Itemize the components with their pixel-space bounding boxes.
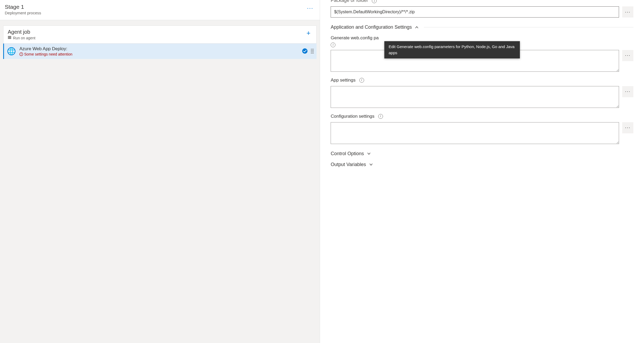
info-icon[interactable]: i — [372, 0, 377, 3]
svg-point-9 — [312, 49, 313, 50]
stage-title: Stage 1 — [5, 4, 41, 10]
svg-point-17 — [311, 53, 312, 54]
stage-header: Stage 1 Deployment process ··· — [0, 0, 320, 20]
svg-point-3 — [8, 48, 15, 55]
info-icon[interactable]: i — [359, 78, 364, 83]
app-settings-label: App settings — [331, 78, 356, 83]
svg-point-14 — [311, 52, 312, 52]
browse-package-button[interactable]: ··· — [622, 6, 633, 18]
app-settings-input[interactable] — [331, 86, 619, 108]
error-icon — [19, 52, 23, 56]
chevron-down-icon — [367, 152, 371, 155]
task-title: Azure Web App Deploy: — [19, 46, 298, 52]
section-app-config-settings[interactable]: Application and Configuration Settings — [331, 24, 633, 30]
config-settings-label: Configuration settings — [331, 114, 374, 119]
svg-point-19 — [313, 53, 314, 54]
section-title: Application and Configuration Settings — [331, 24, 412, 30]
webconfig-label: Generate web.config pa — [331, 35, 379, 41]
package-label: Package or folder — [331, 0, 368, 3]
stage-subtitle: Deployment process — [5, 11, 41, 15]
tooltip: Edit Generate web.config parameters for … — [384, 41, 520, 58]
agent-job-title: Agent job — [8, 29, 35, 35]
svg-rect-1 — [8, 37, 11, 38]
svg-point-8 — [311, 49, 312, 50]
svg-point-6 — [21, 55, 21, 55]
svg-point-13 — [313, 50, 314, 51]
agent-job-row[interactable]: Agent job Run on agent + — [3, 26, 317, 44]
section-title: Output Variables — [331, 162, 366, 167]
task-row-azure-webapp-deploy[interactable]: Azure Web App Deploy: Some settings need… — [3, 44, 317, 59]
link-settings-icon[interactable] — [302, 48, 308, 54]
svg-point-18 — [312, 53, 313, 54]
task-details-pane: Package or folder i ··· Application and … — [320, 0, 644, 343]
section-output-variables[interactable]: Output Variables — [331, 162, 633, 167]
section-control-options[interactable]: Control Options — [331, 151, 633, 156]
stage-titles: Stage 1 Deployment process — [5, 4, 41, 15]
edit-app-settings-button[interactable]: ··· — [622, 86, 633, 97]
info-icon[interactable]: i — [331, 43, 335, 47]
agent-job-subtitle: Run on agent — [13, 36, 35, 40]
chevron-down-icon — [369, 163, 373, 166]
svg-point-10 — [313, 49, 314, 50]
svg-rect-0 — [8, 36, 11, 37]
drag-handle-icon[interactable] — [311, 48, 314, 54]
svg-point-15 — [312, 52, 313, 52]
config-settings-input[interactable] — [331, 122, 619, 144]
tasks-pane: Stage 1 Deployment process ··· Agent job… — [0, 0, 320, 343]
package-path-input[interactable] — [331, 6, 619, 18]
azure-app-service-icon — [7, 47, 16, 56]
stage-more-button[interactable]: ··· — [305, 4, 315, 13]
chevron-up-icon — [415, 26, 419, 29]
info-icon[interactable]: i — [378, 114, 383, 119]
svg-rect-2 — [8, 38, 11, 39]
add-task-button[interactable]: + — [305, 29, 312, 37]
svg-point-11 — [311, 50, 312, 51]
svg-point-16 — [313, 52, 314, 52]
edit-config-settings-button[interactable]: ··· — [622, 122, 633, 133]
task-error-text: Some settings need attention — [24, 52, 72, 56]
section-title: Control Options — [331, 151, 364, 156]
server-icon — [8, 36, 11, 40]
svg-point-7 — [302, 48, 308, 54]
svg-point-12 — [312, 50, 313, 51]
edit-webconfig-button[interactable]: ··· — [622, 50, 633, 61]
